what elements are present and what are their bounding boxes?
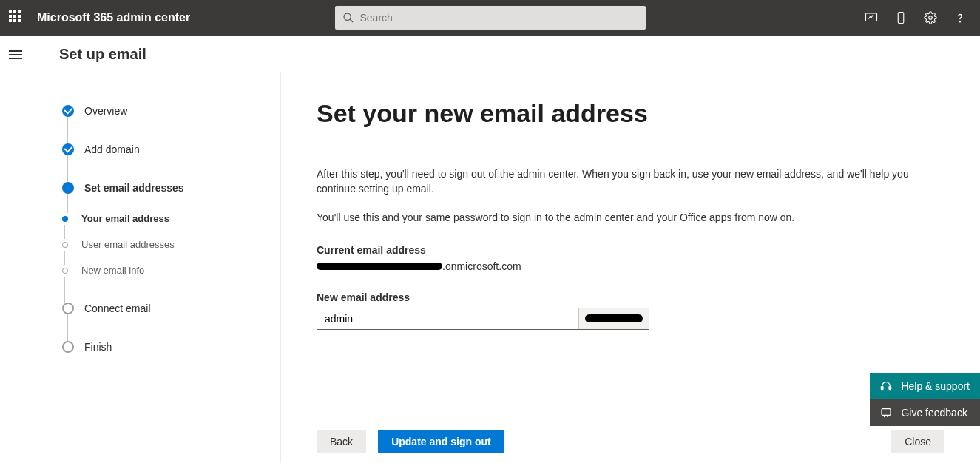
svg-point-5 [959,21,960,22]
help-icon[interactable] [953,11,967,24]
step-add-domain[interactable]: Add domain [62,143,263,155]
current-email-value: .onmicrosoft.com [317,260,944,272]
wizard-steps: Overview Add domain Set email addresses … [0,72,281,463]
search-wrapper [335,6,646,30]
domain-select[interactable] [578,308,649,329]
check-icon [62,105,74,117]
search-icon [342,12,354,24]
give-feedback-label: Give feedback [901,407,967,419]
svg-rect-6 [882,387,884,390]
step-finish[interactable]: Finish [62,341,263,353]
new-email-label: New email address [317,291,944,303]
substep-dot-icon [62,268,68,274]
main-heading: Set your new email address [317,99,944,128]
help-support-button[interactable]: Help & support [870,373,980,399]
floating-buttons: Help & support Give feedback [870,373,980,426]
give-feedback-button[interactable]: Give feedback [870,399,980,426]
feedback-icon [880,407,892,419]
pending-circle-icon [62,303,74,314]
redacted-text [585,314,643,322]
hamburger-icon[interactable] [9,48,22,61]
new-email-input[interactable] [317,308,578,329]
search-box[interactable] [335,6,646,30]
substep-your-email[interactable]: Your email address [62,213,263,224]
svg-point-0 [344,13,351,20]
close-button[interactable]: Close [891,430,944,453]
page-header: Set up email [0,36,980,72]
redacted-text [317,263,442,270]
footer: Back Update and sign out Close [281,420,980,463]
topbar: Microsoft 365 admin center [0,0,980,36]
step-set-email-addresses[interactable]: Set email addresses [62,182,263,194]
current-email-suffix: .onmicrosoft.com [442,260,521,272]
body: Overview Add domain Set email addresses … [0,72,980,463]
check-icon [62,143,74,155]
step-connect-email[interactable]: Connect email [62,303,263,314]
current-email-label: Current email address [317,244,944,256]
gear-icon[interactable] [924,11,937,24]
back-button[interactable]: Back [317,430,366,453]
page-title: Set up email [59,46,146,63]
app-title: Microsoft 365 admin center [37,11,190,24]
svg-rect-8 [882,409,891,416]
topbar-actions [865,11,971,24]
headset-icon [880,380,892,392]
paragraph-2: You'll use this and your same password t… [317,210,944,225]
substep-dot-icon [62,242,68,248]
substep-new-email-info[interactable]: New email info [62,265,263,276]
screen-icon[interactable] [865,11,878,24]
substep-user-emails[interactable]: User email addresses [62,239,263,250]
active-dot-icon [62,182,74,194]
mobile-icon[interactable] [894,11,908,24]
svg-line-1 [350,19,353,22]
new-email-row [317,308,649,330]
search-input[interactable] [360,12,638,24]
paragraph-1: After this step, you'll need to sign out… [317,166,944,197]
svg-rect-3 [898,13,904,24]
update-signout-button[interactable]: Update and sign out [378,430,504,453]
help-support-label: Help & support [901,380,970,392]
step-overview[interactable]: Overview [62,105,263,117]
svg-rect-7 [889,387,891,390]
svg-point-4 [929,16,933,20]
app-launcher-icon[interactable] [9,10,24,25]
pending-circle-icon [62,341,74,353]
substep-dot-icon [62,216,68,222]
